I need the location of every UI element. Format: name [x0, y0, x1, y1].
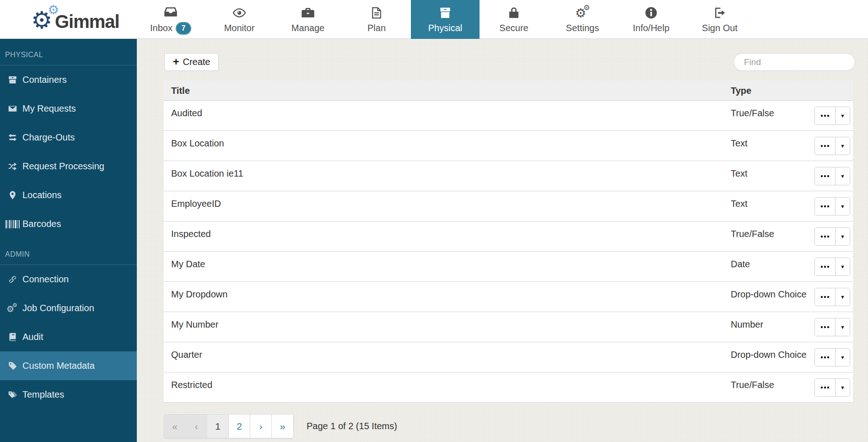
- swap-arrows-icon: [8, 133, 17, 142]
- briefcase-icon: [301, 6, 315, 20]
- dropdown-caret-button[interactable]: ▼: [836, 228, 850, 245]
- row-title: Box Location ie11: [164, 161, 731, 191]
- row-actions: ▼: [814, 107, 850, 125]
- sidebar-item-request-processing[interactable]: Request Processing: [0, 152, 137, 181]
- page-2-button[interactable]: 2: [229, 415, 250, 438]
- row-actions: ▼: [814, 227, 850, 246]
- row-title: My Dropdown: [164, 282, 731, 312]
- table-row-my-date: My Date Date ▼: [164, 252, 853, 282]
- row-title: Inspected: [164, 221, 731, 251]
- row-title: EmployeeID: [164, 191, 731, 221]
- more-options-button[interactable]: [815, 349, 836, 366]
- sidebar-item-my-requests[interactable]: My Requests: [0, 94, 137, 123]
- sidebar-item-audit[interactable]: Audit: [0, 323, 137, 351]
- container-box-icon: [8, 75, 17, 85]
- info-icon: [644, 6, 658, 20]
- page-1-button[interactable]: 1: [207, 415, 229, 438]
- nav-item-physical[interactable]: Physical: [411, 0, 480, 39]
- book-icon: [8, 332, 17, 342]
- link-icon: [8, 275, 17, 284]
- nav-item-settings[interactable]: ⚙⚙ Settings: [548, 0, 617, 39]
- sidebar-section-physical: PHYSICAL: [0, 39, 137, 65]
- gimmal-logo[interactable]: ⚙⚙ Gimmal: [31, 5, 119, 33]
- next-page-button[interactable]: ›: [250, 415, 272, 438]
- more-options-button[interactable]: [815, 288, 836, 306]
- more-options-button[interactable]: [815, 167, 836, 185]
- dropdown-caret-button[interactable]: ▼: [836, 107, 850, 124]
- row-title: Box Location: [164, 131, 731, 161]
- envelope-icon: [8, 104, 17, 113]
- plus-icon: +: [173, 57, 179, 67]
- nav-item-secure[interactable]: Secure: [480, 0, 548, 39]
- table-row-box-location: Box Location Text ▼: [164, 131, 853, 161]
- table-header: Title Type: [164, 81, 853, 101]
- dropdown-caret-button[interactable]: ▼: [836, 137, 850, 155]
- monitor-eye-icon: [232, 6, 246, 20]
- more-options-button[interactable]: [815, 198, 836, 215]
- row-actions: ▼: [814, 378, 850, 397]
- row-title: Restricted: [164, 372, 731, 402]
- top-navbar: ⚙⚙ Gimmal Inbox 7 Monitor Manage Plan Ph…: [0, 0, 868, 39]
- dropdown-caret-button[interactable]: ▼: [836, 198, 850, 215]
- sidebar-item-charge-outs[interactable]: Charge-Outs: [0, 123, 137, 152]
- app-root: ⚙⚙ Gimmal Inbox 7 Monitor Manage Plan Ph…: [0, 0, 868, 442]
- pagination: «‹12›» Page 1 of 2 (15 Items): [164, 414, 397, 438]
- sidebar-item-locations[interactable]: Locations: [0, 181, 137, 210]
- column-header-type: Type: [731, 86, 853, 96]
- table-row-box-location-ie11: Box Location ie11 Text ▼: [164, 161, 853, 191]
- more-options-button[interactable]: [815, 228, 836, 245]
- dropdown-caret-button[interactable]: ▼: [836, 167, 850, 185]
- table-row-restricted: Restricted True/False ▼: [164, 372, 853, 403]
- sidebar-item-custom-metadata[interactable]: Custom Metadata: [0, 351, 137, 380]
- dropdown-caret-button[interactable]: ▼: [836, 288, 850, 306]
- nav-item-monitor[interactable]: Monitor: [205, 0, 274, 39]
- table-row-inspected: Inspected True/False ▼: [164, 221, 853, 252]
- map-pin-icon: [8, 190, 17, 200]
- table-row-quarter: Quarter Drop-down Choice ▼: [164, 342, 853, 372]
- row-actions: ▼: [814, 318, 850, 336]
- archive-box-icon: [438, 6, 452, 20]
- pager-buttons: «‹12›»: [164, 414, 294, 438]
- gears-icon: ⚙⚙: [6, 303, 18, 314]
- more-options-button[interactable]: [815, 379, 836, 396]
- pager-status: Page 1 of 2 (15 Items): [307, 421, 397, 431]
- brand-name: Gimmal: [55, 11, 119, 32]
- metadata-table: Title Type Audited True/False ▼ Box Loca…: [164, 81, 853, 403]
- gimmal-gears-icon: ⚙⚙: [31, 5, 58, 33]
- sidebar-item-job-configuration[interactable]: ⚙⚙ Job Configuration: [0, 294, 137, 323]
- nav-item-inbox[interactable]: Inbox 7: [136, 0, 205, 39]
- column-header-title: Title: [164, 86, 731, 96]
- last-page-button[interactable]: »: [272, 415, 293, 438]
- sidebar-item-templates[interactable]: Templates: [0, 380, 137, 409]
- tags-icon: [8, 390, 17, 399]
- nav-item-plan[interactable]: Plan: [342, 0, 411, 39]
- more-options-button[interactable]: [815, 318, 836, 336]
- nav-item-info-help[interactable]: Info/Help: [617, 0, 685, 39]
- create-button[interactable]: + Create: [164, 53, 219, 71]
- sidebar-item-barcodes[interactable]: Barcodes: [0, 210, 137, 238]
- row-actions: ▼: [814, 288, 850, 306]
- barcode-icon: [5, 220, 20, 228]
- dropdown-caret-button[interactable]: ▼: [836, 379, 850, 396]
- row-actions: ▼: [814, 258, 850, 276]
- row-title: My Number: [164, 312, 731, 342]
- more-options-button[interactable]: [815, 137, 836, 155]
- nav-item-sign-out[interactable]: Sign Out: [685, 0, 754, 39]
- more-options-button[interactable]: [815, 258, 836, 275]
- sidebar: PHYSICAL Containers My Requests Charge-O…: [0, 39, 137, 442]
- dropdown-caret-button[interactable]: ▼: [836, 318, 850, 336]
- find-input[interactable]: [733, 53, 855, 71]
- document-icon: [370, 6, 383, 20]
- table-row-audited: Audited True/False ▼: [164, 101, 853, 131]
- more-options-button[interactable]: [815, 107, 836, 124]
- create-button-label: Create: [183, 57, 210, 67]
- first-page-button: «: [164, 415, 186, 438]
- nav-item-manage[interactable]: Manage: [274, 0, 342, 39]
- shuffle-icon: [8, 162, 17, 171]
- dropdown-caret-button[interactable]: ▼: [836, 349, 850, 366]
- gears-icon: ⚙⚙: [575, 5, 590, 20]
- sidebar-item-connection[interactable]: Connection: [0, 265, 137, 294]
- lock-icon: [507, 6, 521, 20]
- dropdown-caret-button[interactable]: ▼: [836, 258, 850, 275]
- sidebar-item-containers[interactable]: Containers: [0, 65, 137, 94]
